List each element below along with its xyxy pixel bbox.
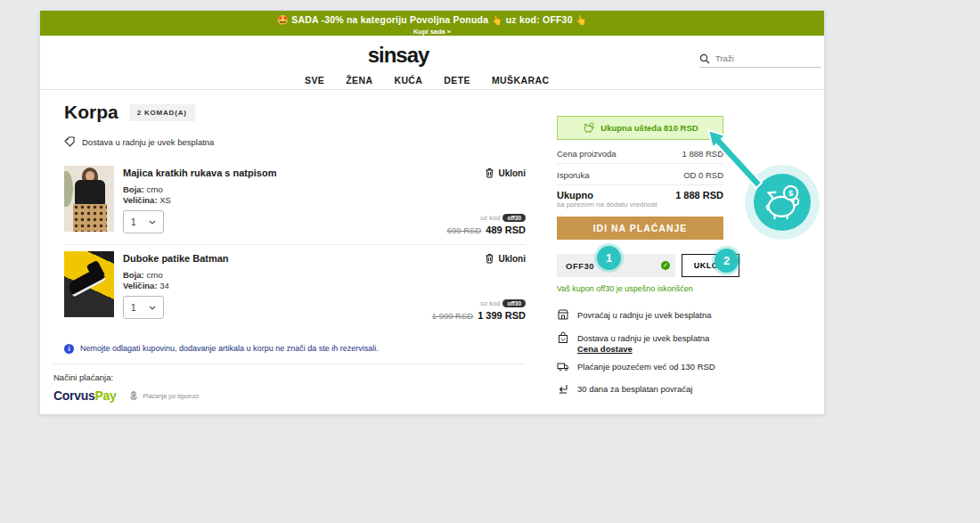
remove-item-button[interactable]: Ukloni (485, 168, 526, 178)
old-price: 1 999 RSD (432, 311, 473, 321)
note-text: Nemojte odlagati kupovinu, dodavanje art… (80, 344, 379, 353)
nav-sve[interactable]: SVE (305, 75, 324, 86)
benefit-text: Dostava u radnju je uvek besplatna (577, 333, 709, 343)
free-delivery-text: Dostava u radnju je uvek besplatna (82, 137, 214, 147)
item-divider (64, 244, 526, 245)
piggy-bank-icon: $ (762, 184, 803, 221)
coupon-valid-check-icon: ✓ (661, 261, 670, 270)
search-icon (699, 53, 710, 64)
color-value: crno (146, 270, 162, 280)
benefit-free-return: 30 dana za besplatan povraćaj (557, 382, 692, 395)
summary-divider (557, 184, 723, 185)
row-value-products-price: 1 888 RSD (682, 149, 723, 159)
trash-icon (485, 253, 494, 264)
total-value: 1 888 RSD (675, 190, 723, 200)
return-arrow-icon (557, 382, 569, 395)
color-value: crno (146, 184, 162, 194)
product-image[interactable] (64, 251, 114, 317)
footer-divider (53, 364, 526, 364)
cart-item-row: Majica kratkih rukava s natpisom Boja: c… (64, 166, 526, 242)
main-nav: SVE ŽENA KUĆA DETE MUŠKARAC (305, 75, 549, 86)
nav-muskarac[interactable]: MUŠKARAC (492, 75, 549, 86)
quantity-value: 1 (131, 217, 136, 227)
current-price: 489 RSD (486, 225, 526, 235)
cart-item-row: Duboke patike Batman Boja: crno Veličina… (64, 251, 526, 328)
benefit-text: 30 dana za besplatan povraćaj (577, 384, 692, 394)
code-badge: off30 (502, 214, 526, 222)
product-image[interactable] (64, 166, 114, 232)
tag-icon (64, 136, 75, 147)
color-label: Boja: (123, 270, 144, 280)
promo-cta-link[interactable]: Kupi sada » (40, 28, 824, 36)
corvuspay-logo: CorvusPay (53, 388, 116, 403)
remove-label: Ukloni (498, 254, 526, 264)
search-bar[interactable] (699, 50, 821, 68)
code-badge: off30 (502, 299, 526, 307)
nav-kuca[interactable]: KUĆA (394, 75, 422, 86)
total-label: Ukupno (557, 190, 593, 200)
sinsay-logo[interactable]: sinsay (368, 43, 429, 68)
free-delivery-note: Dostava u radnju je uvek besplatna (64, 136, 214, 147)
coupon-success-message: Vaš kupon off30 je uspešno iskorišćen (557, 284, 693, 293)
quantity-select[interactable]: 1 (123, 296, 164, 319)
cash-on-delivery-badge: $ Plaćanje po isporuci (128, 390, 199, 401)
product-title[interactable]: Majica kratkih rukava s natpisom (123, 168, 276, 178)
chevron-down-icon (149, 306, 156, 310)
size-value: XS (159, 195, 171, 205)
code-label: uz kod (480, 214, 500, 222)
store-icon (557, 308, 569, 321)
row-value-shipping: OD 0 RSD (683, 170, 723, 180)
row-label-products-price: Cena proizvoda (557, 149, 617, 159)
svg-text:$: $ (788, 188, 794, 198)
price-block: uz kod off30 1 999 RSD1 399 RSD (432, 299, 526, 321)
nav-dete[interactable]: DETE (444, 75, 470, 86)
size-label: Veličina: (123, 195, 158, 205)
remove-label: Ukloni (498, 168, 526, 178)
item-count-badge: 2 KOMAD(A) (129, 104, 195, 121)
benefit-cod: Plaćanje pouzećem već od 130 RSD (557, 360, 715, 372)
summary-divider (557, 163, 723, 164)
payments-label: Načini plaćanja: (53, 372, 113, 382)
benefit-store-return: Povraćaj u radnju je uvek besplatna (557, 308, 712, 321)
delivery-cost-link[interactable]: Cena dostave (577, 344, 633, 354)
old-price: 699 RSD (447, 225, 482, 235)
total-savings-banner: Ukupna ušteda 810 RSD (557, 116, 723, 140)
truck-icon (557, 360, 569, 372)
benefit-text: Povraćaj u radnju je uvek besplatna (577, 310, 712, 320)
price-block: uz kod off30 699 RSD489 RSD (447, 214, 526, 235)
annotation-step-1: 1 (597, 246, 621, 270)
color-label: Boja: (123, 184, 144, 194)
page: 🤩 SADA -30% na kategoriju Povoljna Ponud… (40, 11, 824, 414)
benefit-text: Plaćanje pouzećem već od 130 RSD (577, 362, 715, 372)
current-price: 1 399 RSD (478, 310, 526, 321)
row-label-shipping: Isporuka (557, 170, 589, 180)
tax-note: sa porezom na dodatu vrednost (557, 200, 657, 208)
info-icon: i (64, 344, 74, 354)
nav-zena[interactable]: ŽENA (346, 75, 372, 86)
quantity-select[interactable]: 1 (123, 210, 164, 233)
code-label: uz kod (480, 299, 500, 307)
checkout-button[interactable]: IDI NA PLAĆANJE (557, 217, 723, 240)
size-label: Veličina: (123, 281, 158, 290)
header-divider (40, 89, 824, 90)
promo-text: 🤩 SADA -30% na kategoriju Povoljna Ponud… (40, 11, 824, 26)
search-input[interactable] (715, 53, 809, 63)
cart-reservation-note: i Nemojte odlagati kupovinu, dodavanje a… (64, 344, 527, 354)
savings-text: Ukupna ušteda 810 RSD (600, 123, 698, 133)
promo-banner: 🤩 SADA -30% na kategoriju Povoljna Ponud… (40, 11, 824, 36)
piggy-annotation-circle: $ (754, 174, 811, 231)
hand-coin-icon: $ (128, 390, 139, 401)
benefit-store-delivery: Dostava u radnju je uvek besplatna (557, 331, 709, 344)
product-title[interactable]: Duboke patike Batman (123, 253, 229, 264)
size-value: 34 (159, 281, 169, 290)
bag-icon (557, 331, 569, 344)
remove-item-button[interactable]: Ukloni (485, 253, 526, 264)
trash-icon (485, 168, 494, 178)
page-title: Korpa (64, 102, 118, 123)
quantity-value: 1 (131, 303, 136, 313)
chevron-down-icon (149, 220, 156, 225)
annotation-step-2: 2 (715, 249, 739, 273)
piggy-bank-icon (582, 122, 595, 134)
cod-label: Plaćanje po isporuci (143, 393, 199, 399)
